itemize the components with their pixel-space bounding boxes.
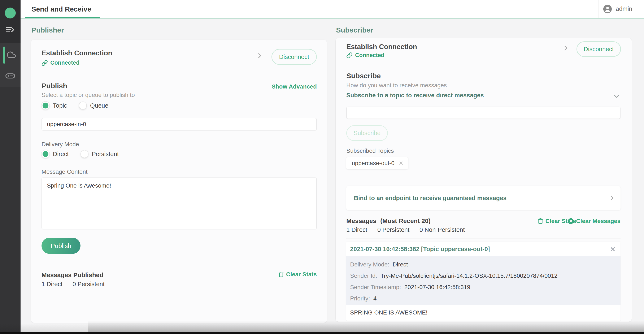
message-item: 2021-07-30 16:42:58:382 [Topic uppercase… — [346, 242, 620, 320]
field-label: Delivery Mode: — [350, 261, 389, 268]
tab-send-and-receive[interactable]: Send and Receive — [32, 0, 92, 19]
sidebar-item-cloud[interactable] — [6, 50, 16, 59]
publish-title: Publish — [42, 82, 67, 90]
destination-radio-group: Topic Queue — [42, 101, 120, 110]
sidebar-item-connector[interactable] — [5, 71, 16, 81]
message-field: Delivery Mode: Direct — [350, 259, 617, 270]
stat-direct: 1 Direct — [346, 226, 367, 233]
message-close-icon[interactable] — [610, 246, 616, 252]
sidebar-top-segment — [0, 0, 20, 43]
radio-queue[interactable]: Queue — [79, 102, 108, 110]
field-value: Direct — [393, 261, 408, 268]
subscribe-topic-accordion[interactable]: Subscribe to a topic to receive direct m… — [346, 92, 620, 101]
chip-label: uppercase-out-0 — [352, 160, 394, 167]
user-avatar-icon — [603, 5, 612, 14]
divider — [346, 238, 620, 239]
publish-button[interactable]: Publish — [42, 238, 80, 254]
topbar: Send and Receive admin — [20, 0, 644, 19]
sidebar — [0, 0, 20, 334]
clear-messages-label: Clear Messages — [576, 218, 620, 224]
message-timestamp: 2021-07-30 16:42:58:382 [Topic uppercase… — [350, 246, 490, 253]
publish-subtitle: Select a topic or queue to publish to — [42, 92, 135, 98]
trash-icon — [538, 218, 544, 224]
link-icon — [42, 60, 48, 66]
delivery-mode-radio-group: Direct Persistent — [42, 150, 130, 158]
connection-divider — [569, 41, 569, 58]
app-logo[interactable] — [5, 8, 16, 19]
subscribe-topic-input[interactable] — [346, 107, 620, 119]
bind-endpoint-row[interactable]: Bind to an endpoint to receive guarantee… — [346, 186, 620, 210]
message-payload: SPRING ONE IS AWESOME! — [346, 305, 620, 320]
field-value: 2021-07-30 16:42:58:319 — [404, 284, 470, 290]
publisher-connected-label: Connected — [50, 60, 80, 66]
stat-non-persistent: 0 Non-Persistent — [420, 226, 465, 233]
topbar-accent-line — [20, 18, 644, 19]
link-icon — [346, 52, 352, 59]
clear-messages-link[interactable]: Clear Messages — [568, 218, 620, 224]
radio-direct-control[interactable] — [42, 150, 50, 158]
subscribe-topic-header: Subscribe to a topic to receive direct m… — [346, 92, 484, 99]
chevron-down-icon — [612, 92, 620, 100]
radio-topic-label[interactable]: Topic — [53, 102, 67, 109]
field-label: Priority: — [350, 295, 370, 302]
messages-title-suffix: (Most Recent 20) — [380, 217, 430, 224]
radio-topic[interactable]: Topic — [42, 102, 67, 110]
subscriber-card: Establish Connection Connected Disconnec… — [336, 38, 632, 322]
radio-direct-label[interactable]: Direct — [53, 151, 69, 158]
subscriber-stats-row: 1 Direct 0 Persistent 0 Non-Persistent — [346, 226, 475, 233]
subscribe-subtitle: How do you want to receive messages — [346, 82, 447, 89]
publisher-connection-title: Establish Connection — [42, 49, 112, 57]
message-header: 2021-07-30 16:42:58:382 [Topic uppercase… — [346, 242, 620, 256]
trash-icon — [278, 271, 284, 277]
publish-topic-input[interactable] — [42, 118, 317, 131]
radio-queue-control[interactable] — [79, 102, 87, 110]
subscriber-connected-label: Connected — [355, 52, 384, 59]
publisher-connection-chevron-icon[interactable] — [256, 52, 264, 60]
field-value: Try-Me-Pub/solclientjs/safari-14.1.2-OSX… — [380, 272, 558, 279]
user-menu[interactable]: admin — [603, 0, 632, 18]
bottom-window-edge — [0, 332, 644, 334]
message-field: Sender Timestamp: 2021-07-30 16:42:58:31… — [350, 281, 617, 293]
subscribe-title: Subscribe — [346, 72, 381, 80]
tab-active-underline — [25, 17, 100, 19]
divider — [42, 79, 317, 79]
stat-persistent: 0 Persistent — [72, 281, 104, 288]
divider — [42, 263, 317, 263]
publisher-clear-stats-link[interactable]: Clear Stats — [278, 271, 317, 278]
bottom-shadow-right — [88, 320, 644, 332]
field-value: 4 — [373, 295, 377, 302]
subscriber-connection-status: Connected — [346, 52, 384, 59]
message-content-label: Message Content — [42, 168, 88, 175]
topbar-divider — [598, 0, 599, 18]
messages-title: Messages — [346, 217, 376, 224]
publisher-card: Establish Connection Connected Disconnec… — [31, 40, 327, 323]
user-name: admin — [616, 6, 632, 12]
subscriber-heading: Subscriber — [336, 26, 373, 34]
radio-persistent-control[interactable] — [80, 150, 88, 158]
publisher-heading: Publisher — [32, 26, 64, 34]
subscriber-connection-title: Establish Connection — [346, 43, 417, 51]
chevron-right-icon — [608, 194, 616, 202]
radio-queue-label[interactable]: Queue — [90, 102, 108, 109]
radio-persistent-label[interactable]: Persistent — [92, 151, 119, 158]
stat-persistent: 0 Persistent — [377, 226, 410, 233]
radio-direct[interactable]: Direct — [42, 150, 69, 158]
stat-direct: 1 Direct — [42, 281, 62, 288]
publisher-disconnect-button[interactable]: Disconnect — [272, 49, 317, 65]
message-field: Priority: 4 — [350, 293, 617, 304]
menu-expand-icon[interactable] — [5, 25, 16, 35]
subscriber-disconnect-button[interactable]: Disconnect — [576, 41, 621, 57]
subscribed-topics-label: Subscribed Topics — [346, 148, 394, 154]
circle-x-icon — [568, 218, 574, 224]
publisher-connection-status: Connected — [42, 60, 80, 66]
message-content-textarea[interactable]: Spring One is Awesome! — [42, 177, 317, 229]
subscribe-button[interactable]: Subscribe — [346, 125, 388, 141]
delivery-mode-label: Delivery Mode — [42, 141, 79, 148]
radio-topic-control[interactable] — [42, 102, 50, 110]
show-advanced-link[interactable]: Show Advanced — [272, 83, 317, 90]
messages-published-title: Messages Published — [42, 271, 103, 279]
radio-persistent[interactable]: Persistent — [80, 150, 119, 158]
divider — [346, 179, 620, 179]
chip-remove-icon[interactable] — [398, 161, 404, 166]
publisher-stats-row: 1 Direct 0 Persistent — [42, 281, 115, 288]
